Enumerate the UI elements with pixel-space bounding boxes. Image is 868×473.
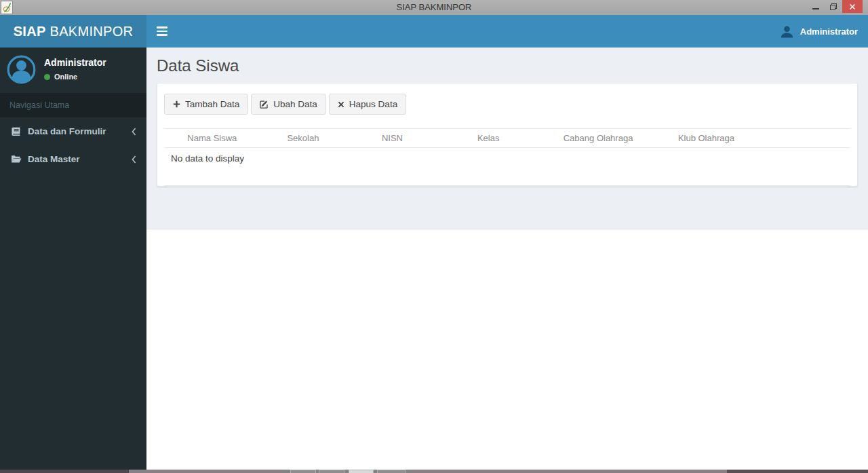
- sidebar-item-data-dan-formulir[interactable]: Data dan Formulir: [0, 117, 146, 145]
- taskbar-button[interactable]: [290, 470, 316, 473]
- sidebar-section-header: Navigasi Utama: [0, 93, 146, 117]
- taskbar-button[interactable]: [377, 470, 406, 473]
- user-icon: [780, 24, 794, 39]
- online-status-label: Online: [54, 73, 77, 81]
- navbar-user-menu[interactable]: Administrator: [770, 15, 868, 48]
- button-label: Hapus Data: [349, 99, 397, 109]
- restore-button[interactable]: [825, 0, 842, 13]
- window-title: SIAP BAKMINPOR: [0, 0, 868, 15]
- column-header[interactable]: Cabang Olahraga: [538, 129, 658, 148]
- brand-bold: SIAP: [14, 24, 46, 39]
- sidebar-user-status[interactable]: Online: [44, 73, 106, 81]
- hamburger-icon: [157, 26, 167, 29]
- main-content: Data Siswa Tambah Data Ubah D: [146, 48, 868, 470]
- data-siswa-table: Nama Siswa Sekolah NISN Kelas Cabang Ola…: [164, 128, 850, 186]
- window-controls: [807, 0, 863, 13]
- empty-table-message: No data to display: [164, 148, 850, 186]
- taskbar-button[interactable]: [349, 470, 374, 473]
- restore-icon: [830, 3, 837, 10]
- close-icon: [849, 3, 856, 10]
- taskbar-button[interactable]: [319, 470, 344, 473]
- page-title: Data Siswa: [146, 48, 868, 83]
- button-label: Tambah Data: [185, 99, 239, 109]
- taskbar-edge[interactable]: [0, 470, 868, 473]
- sidebar-item-data-master[interactable]: Data Master: [0, 145, 146, 173]
- sidebar-user-panel: Administrator Online: [0, 48, 146, 93]
- column-header[interactable]: Klub Olahraga: [658, 129, 755, 148]
- times-icon: [338, 101, 344, 108]
- content-wrapper: Data Siswa Tambah Data Ubah D: [146, 48, 868, 229]
- sidebar-user-info: Administrator Online: [44, 55, 106, 81]
- plus-icon: [173, 100, 180, 108]
- toolbar: Tambah Data Ubah Data Hapus Data: [164, 94, 850, 115]
- sidebar-user-name: Administrator: [44, 57, 106, 68]
- brand-regular: BAKMINPOR: [50, 24, 134, 39]
- taskbar-segment: [727, 470, 868, 473]
- sidebar: Administrator Online Navigasi Utama Data…: [0, 48, 146, 470]
- hapus-data-button[interactable]: Hapus Data: [329, 94, 406, 115]
- sidebar-item-label: Data dan Formulir: [28, 126, 106, 136]
- tambah-data-button[interactable]: Tambah Data: [164, 94, 248, 115]
- window-titlebar: SIAP BAKMINPOR: [0, 0, 868, 15]
- data-panel: Tambah Data Ubah Data Hapus Data: [157, 83, 858, 187]
- avatar: [7, 55, 36, 84]
- minimize-icon: [812, 8, 819, 10]
- chevron-left-icon: [132, 128, 136, 136]
- column-header[interactable]: Sekolah: [260, 129, 347, 148]
- sidebar-item-label: Data Master: [28, 154, 80, 164]
- column-header-filler: [754, 129, 850, 148]
- table-header-row: Nama Siswa Sekolah NISN Kelas Cabang Ola…: [164, 129, 850, 148]
- column-header[interactable]: Kelas: [439, 129, 538, 148]
- table-row: No data to display: [164, 148, 850, 186]
- taskbar-segment: [0, 470, 129, 473]
- app-window: SIAP BAKMINPOR SIAP BAKMINPOR: [0, 0, 868, 473]
- ubah-data-button[interactable]: Ubah Data: [251, 94, 326, 115]
- online-status-icon: [44, 74, 50, 80]
- brand-logo[interactable]: SIAP BAKMINPOR: [0, 15, 146, 48]
- column-header[interactable]: NISN: [346, 129, 439, 148]
- app-navbar: SIAP BAKMINPOR Administrator: [0, 15, 868, 48]
- navbar-user-label: Administrator: [800, 26, 858, 37]
- edit-icon: [260, 100, 269, 109]
- close-button[interactable]: [842, 0, 863, 13]
- book-icon: [10, 127, 22, 136]
- folder-open-icon: [10, 155, 22, 164]
- sidebar-toggle-button[interactable]: [146, 15, 178, 48]
- chevron-left-icon: [132, 155, 136, 164]
- button-label: Ubah Data: [273, 99, 317, 109]
- column-header[interactable]: Nama Siswa: [164, 129, 260, 148]
- minimize-button[interactable]: [807, 0, 825, 13]
